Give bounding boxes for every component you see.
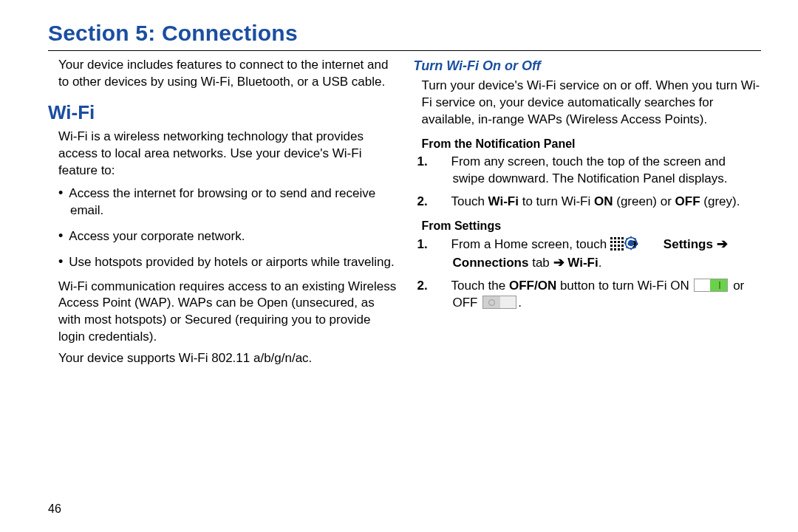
manual-page: Section 5: Connections Your device inclu… [0,0,798,532]
turn-wifi-intro: Turn your device's Wi-Fi service on or o… [422,78,762,129]
svg-line-9 [635,239,636,240]
gear-icon [641,236,656,250]
wifi-intro: Wi-Fi is a wireless networking technolog… [58,129,398,180]
notification-steps: 1.From any screen, touch the top of the … [435,154,762,211]
list-item: Access your corporate network. [58,227,398,245]
from-settings-heading: From Settings [422,218,762,234]
wap-paragraph: Wi-Fi communication requires access to a… [58,279,398,347]
section-title: Section 5: Connections [48,21,761,46]
step-text: Touch Wi-Fi to turn Wi-Fi ON (green) or … [451,194,740,208]
wifi-heading: Wi-Fi [48,100,398,126]
step-text: Touch the OFF/ON button to turn Wi-Fi ON… [451,279,745,310]
page-number: 46 [48,502,61,516]
arrow-icon: ➔ [717,236,728,251]
svg-line-7 [635,247,636,248]
step-text: From any screen, touch the top of the sc… [451,154,728,185]
svg-line-6 [627,239,628,240]
step-item: 2.Touch the OFF/ON button to turn Wi-Fi … [435,278,762,312]
two-column-layout: Your device includes features to connect… [48,57,761,372]
step-item: 2.Touch Wi-Fi to turn Wi-Fi ON (green) o… [435,194,762,211]
support-paragraph: Your device supports Wi-Fi 802.11 a/b/g/… [58,350,398,367]
step-item: 1.From any screen, touch the top of the … [435,154,762,188]
arrow-icon: ➔ [553,255,565,270]
intro-paragraph: Your device includes features to connect… [58,57,398,91]
step-text: From a Home screen, touch ➔ [451,237,728,270]
apps-grid-icon [610,237,624,250]
toggle-on-icon [694,279,728,292]
settings-steps: 1.From a Home screen, touch ➔ [435,235,762,312]
right-column: Turn Wi-Fi On or Off Turn your device's … [412,57,762,372]
from-notification-heading: From the Notification Panel [422,136,762,152]
step-item: 1.From a Home screen, touch ➔ [435,235,762,272]
toggle-off-icon [482,296,516,309]
left-column: Your device includes features to connect… [48,57,398,372]
turn-wifi-subheading: Turn Wi-Fi On or Off [414,57,762,75]
svg-line-8 [627,247,628,248]
list-item: Access the internet for browsing or to s… [58,184,398,219]
title-rule [48,50,761,51]
list-item: Use hotspots provided by hotels or airpo… [58,253,398,271]
wifi-bullet-list: Access the internet for browsing or to s… [58,184,398,271]
svg-point-1 [629,241,634,246]
